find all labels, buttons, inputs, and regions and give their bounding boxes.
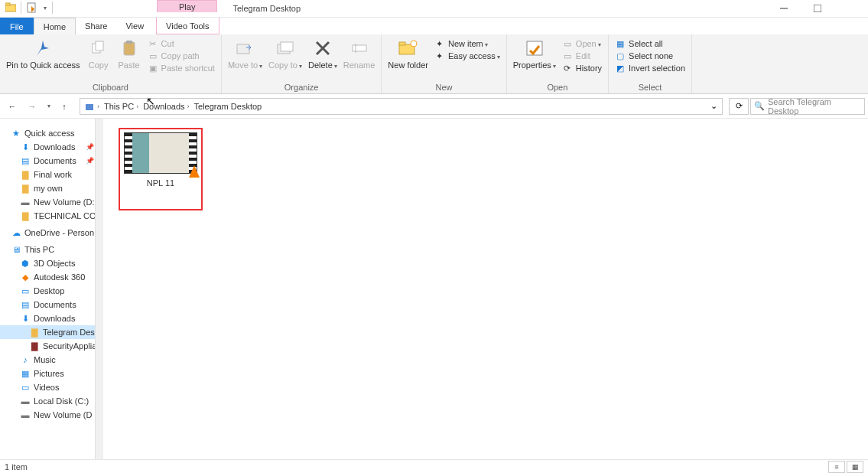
sidebar-item-videos[interactable]: ▭Videos xyxy=(0,380,103,394)
sidebar-onedrive[interactable]: ☁OneDrive - Person xyxy=(0,223,103,240)
recent-locations-button[interactable] xyxy=(43,97,54,116)
minimize-button[interactable] xyxy=(767,0,801,17)
rename-button[interactable]: Rename xyxy=(340,36,379,71)
sidebar-item-autodesk[interactable]: ◆Autodesk 360 xyxy=(0,270,103,284)
sidebar-item-new-volume-d[interactable]: ▬New Volume (D xyxy=(0,408,103,422)
group-clipboard: Pin to Quick access Copy Paste ✂Cut ▭Cop… xyxy=(0,34,222,93)
pin-to-quick-access-button[interactable]: Pin to Quick access xyxy=(3,36,83,71)
svg-rect-11 xyxy=(281,42,293,51)
refresh-button[interactable]: ⟳ xyxy=(729,98,749,115)
sidebar-item-local-disk[interactable]: ▬Local Disk (C:) xyxy=(0,394,103,408)
search-input[interactable]: 🔍 Search Telegram Desktop xyxy=(750,98,865,115)
sidebar-item-music[interactable]: ♪Music xyxy=(0,353,103,367)
invert-selection-button[interactable]: ◩Invert selection xyxy=(612,62,688,74)
properties-label: Properties xyxy=(513,60,556,70)
file-name: NPL 11 xyxy=(123,178,198,188)
group-label-select: Select xyxy=(612,83,688,93)
file-item[interactable]: NPL 11 xyxy=(119,128,203,210)
edit-icon: ▭ xyxy=(562,51,573,61)
tab-share[interactable]: Share xyxy=(76,18,116,34)
tab-view[interactable]: View xyxy=(116,18,153,34)
ribbon: Pin to Quick access Copy Paste ✂Cut ▭Cop… xyxy=(0,34,868,94)
pin-icon: 📌 xyxy=(86,157,94,165)
sidebar-item-3d-objects[interactable]: ⬢3D Objects xyxy=(0,256,103,270)
paste-shortcut-icon: ▣ xyxy=(148,63,158,73)
sidebar-this-pc[interactable]: 🖥This PC xyxy=(0,240,103,256)
doc-icon: ▤ xyxy=(20,155,31,166)
sidebar-item-pictures[interactable]: ▦Pictures xyxy=(0,367,103,380)
move-to-button[interactable]: Move to xyxy=(225,36,265,71)
move-to-label: Move to xyxy=(228,60,262,70)
delete-icon xyxy=(312,38,333,59)
properties-icon[interactable] xyxy=(25,2,37,14)
tab-video-tools[interactable]: Video Tools xyxy=(156,18,219,34)
copy-to-label: Copy to xyxy=(268,60,302,70)
svg-rect-4 xyxy=(814,5,821,12)
3d-icon: ⬢ xyxy=(20,258,31,269)
folder-icon: ▇ xyxy=(29,327,40,338)
copy-to-button[interactable]: Copy to xyxy=(265,36,305,71)
select-all-button[interactable]: ▦Select all xyxy=(612,38,688,50)
paste-shortcut-button[interactable]: ▣Paste shortcut xyxy=(145,62,218,74)
scrollbar-thumb[interactable] xyxy=(96,120,102,131)
window-title: Telegram Desktop xyxy=(217,0,301,18)
archive-icon: ▇ xyxy=(29,341,40,351)
content-pane[interactable]: NPL 11 xyxy=(103,119,868,459)
copy-button[interactable]: Copy xyxy=(83,36,114,71)
up-button[interactable]: ↑ xyxy=(55,97,73,116)
copy-to-icon xyxy=(275,38,296,59)
sidebar-item-documents-pc[interactable]: ▤Documents xyxy=(0,298,103,312)
paste-icon xyxy=(119,38,140,59)
copy-path-button[interactable]: ▭Copy path xyxy=(145,50,218,62)
copy-path-icon: ▭ xyxy=(148,51,158,61)
sidebar-item-downloads-pc[interactable]: ⬇Downloads xyxy=(0,312,103,325)
crumb-downloads[interactable]: Downloads› xyxy=(141,102,191,111)
delete-button[interactable]: Delete xyxy=(305,36,340,71)
tab-file[interactable]: File xyxy=(0,18,34,34)
crumb-telegram-desktop[interactable]: Telegram Desktop xyxy=(192,102,265,111)
qat-customize[interactable] xyxy=(41,2,48,14)
status-bar: 1 item ≡ ▦ xyxy=(0,459,868,473)
sidebar-item-downloads[interactable]: ⬇Downloads📌 xyxy=(0,140,103,154)
address-dropdown[interactable]: ⌄ xyxy=(710,101,720,111)
history-button[interactable]: ⟳History xyxy=(559,62,605,74)
sidebar-item-new-volume[interactable]: ▬New Volume (D: xyxy=(0,195,103,209)
sidebar-item-final-work[interactable]: ▇Final work xyxy=(0,168,103,181)
properties-icon xyxy=(524,38,545,59)
edit-button[interactable]: ▭Edit xyxy=(559,50,605,62)
select-none-button[interactable]: ▢Select none xyxy=(612,50,688,62)
thumbnails-view-button[interactable]: ▦ xyxy=(847,461,863,473)
details-view-button[interactable]: ≡ xyxy=(828,461,845,473)
rename-icon xyxy=(349,38,370,59)
crumb-this-pc[interactable]: This PC› xyxy=(102,102,141,111)
open-button[interactable]: ▭Open xyxy=(559,38,605,50)
new-item-button[interactable]: ✦New item xyxy=(431,38,503,50)
open-icon: ▭ xyxy=(562,38,573,49)
sidebar-item-documents[interactable]: ▤Documents📌 xyxy=(0,154,103,168)
onedrive-icon: ☁ xyxy=(11,227,21,238)
sidebar-item-security[interactable]: ▇SecurityApplian xyxy=(0,339,103,353)
sidebar-quick-access[interactable]: ★Quick access xyxy=(0,123,103,140)
address-bar[interactable]: › This PC› Downloads› Telegram Desktop ⌄ xyxy=(80,98,723,115)
doc-icon: ▤ xyxy=(20,299,31,310)
sidebar-item-telegram-desktop[interactable]: ▇Telegram Deskt xyxy=(0,325,103,339)
properties-button[interactable]: Properties xyxy=(510,36,559,71)
sidebar-item-technical[interactable]: ▇TECHNICAL COI xyxy=(0,209,103,223)
navigation-pane[interactable]: ★Quick access ⬇Downloads📌 ▤Documents📌 ▇F… xyxy=(0,119,103,459)
forward-button[interactable]: → xyxy=(23,97,41,116)
tab-home[interactable]: Home xyxy=(34,18,76,34)
easy-access-button[interactable]: ✦Easy access xyxy=(431,50,503,62)
group-organize: Move to Copy to Delete Rename Organize xyxy=(222,34,382,93)
svg-rect-6 xyxy=(96,41,103,51)
copy-icon xyxy=(88,38,109,59)
sidebar-item-my-own[interactable]: ▇my own xyxy=(0,181,103,195)
new-folder-button[interactable]: New folder xyxy=(385,36,431,71)
cut-button[interactable]: ✂Cut xyxy=(145,38,218,50)
maximize-button[interactable] xyxy=(801,0,834,17)
back-button[interactable]: ← xyxy=(3,97,21,116)
paste-button[interactable]: Paste xyxy=(114,36,145,71)
crumb-root-icon[interactable]: › xyxy=(82,101,102,112)
group-new: New folder ✦New item ✦Easy access New xyxy=(382,34,506,93)
group-select: ▦Select all ▢Select none ◩Invert selecti… xyxy=(609,34,692,93)
sidebar-item-desktop[interactable]: ▭Desktop xyxy=(0,284,103,298)
